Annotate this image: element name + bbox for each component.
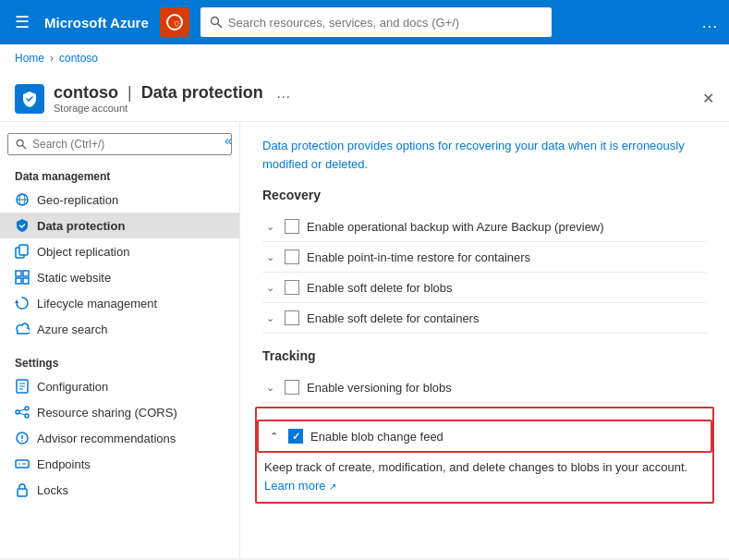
svg-line-3 <box>217 24 222 29</box>
sidebar-item-static-website[interactable]: Static website <box>0 264 239 290</box>
main-content: « Data management Geo-replication <box>0 122 729 558</box>
sidebar-item-configuration[interactable]: Configuration <box>0 373 239 399</box>
sidebar-search-input[interactable] <box>32 138 224 151</box>
learn-more-link[interactable]: Learn more <box>264 479 325 493</box>
option-row-op-backup: ⌄ Enable operational backup with Azure B… <box>262 212 707 242</box>
grid-icon <box>15 270 30 285</box>
bug-icon: ☼ <box>165 13 184 31</box>
title-divider: | <box>128 83 132 103</box>
breadcrumb: Home › contoso <box>0 44 729 72</box>
svg-rect-13 <box>16 278 21 284</box>
search-icon <box>210 16 223 29</box>
sidebar: « Data management Geo-replication <box>0 122 240 558</box>
checkbox-pit-restore[interactable] <box>285 250 299 264</box>
tracking-section: Tracking ⌄ Enable versioning for blobs ⌃… <box>262 348 707 504</box>
option-label-blob-change-feed: Enable blob change feed <box>310 430 443 444</box>
checkbox-soft-delete-blobs[interactable] <box>285 280 299 295</box>
svg-point-20 <box>16 410 19 414</box>
option-label-pit-restore: Enable point-in-time restore for contain… <box>307 250 530 264</box>
chevron-versioning[interactable]: ⌄ <box>262 380 277 395</box>
notification-button[interactable]: ☼ <box>160 7 189 37</box>
breadcrumb-separator: › <box>50 52 54 65</box>
page-icon <box>15 84 44 114</box>
svg-rect-11 <box>16 271 21 276</box>
checkbox-soft-delete-containers[interactable] <box>285 310 299 325</box>
sidebar-item-geo-replication[interactable]: Geo-replication <box>0 187 239 213</box>
svg-rect-14 <box>23 278 29 284</box>
svg-text:☼: ☼ <box>172 17 181 28</box>
option-label-versioning: Enable versioning for blobs <box>307 381 452 395</box>
recovery-section: Recovery ⌄ Enable operational backup wit… <box>262 188 707 334</box>
svg-point-2 <box>211 18 218 25</box>
search-wrap <box>200 7 552 37</box>
sidebar-item-azure-search-label: Azure search <box>37 323 108 336</box>
sidebar-item-resource-sharing-label: Resource sharing (CORS) <box>37 406 177 420</box>
copy-icon <box>15 244 30 259</box>
sidebar-item-locks[interactable]: Locks <box>0 477 239 503</box>
chevron-soft-delete-blobs[interactable]: ⌄ <box>262 280 277 295</box>
chevron-soft-delete-containers[interactable]: ⌄ <box>262 310 277 325</box>
recovery-title: Recovery <box>262 188 707 202</box>
svg-rect-31 <box>18 489 27 496</box>
sidebar-item-configuration-label: Configuration <box>37 380 108 394</box>
sidebar-collapse-button[interactable]: « <box>217 129 239 152</box>
sharing-icon <box>15 405 30 420</box>
resource-name: contoso <box>54 83 118 103</box>
close-button[interactable]: ✕ <box>702 90 714 107</box>
hamburger-menu-button[interactable]: ☰ <box>11 8 33 36</box>
content-panel: Data protection provides options for rec… <box>240 122 729 558</box>
chevron-blob-change-feed[interactable]: ⌃ <box>266 429 281 444</box>
external-link-icon: ↗ <box>329 481 336 492</box>
search-input[interactable] <box>228 16 542 30</box>
sidebar-item-geo-replication-label: Geo-replication <box>37 193 118 207</box>
section-title: Data protection <box>141 83 263 103</box>
checkbox-op-backup[interactable] <box>285 219 299 234</box>
sidebar-item-advisor-recommendations[interactable]: Advisor recommendations <box>0 425 239 451</box>
sidebar-item-endpoints-label: Endpoints <box>37 457 91 471</box>
shield-page-icon <box>20 90 39 108</box>
checkbox-versioning[interactable] <box>285 380 299 395</box>
sidebar-item-data-protection[interactable]: Data protection <box>0 213 239 238</box>
tracking-title: Tracking <box>262 348 707 363</box>
breadcrumb-current[interactable]: contoso <box>59 52 98 65</box>
chevron-op-backup[interactable]: ⌄ <box>262 219 277 234</box>
topbar: ☰ Microsoft Azure ☼ … <box>0 0 729 44</box>
topbar-more-button[interactable]: … <box>701 13 718 32</box>
svg-line-24 <box>19 413 25 415</box>
sidebar-item-endpoints[interactable]: Endpoints <box>0 451 239 477</box>
breadcrumb-home[interactable]: Home <box>15 52 44 65</box>
endpoints-icon <box>15 457 30 471</box>
page-header-titles: contoso | Data protection … Storage acco… <box>54 83 693 114</box>
sidebar-item-azure-search[interactable]: Azure search <box>0 316 239 342</box>
svg-rect-10 <box>19 245 28 255</box>
sidebar-item-object-replication[interactable]: Object replication <box>0 238 239 264</box>
settings-icon <box>15 379 30 394</box>
sidebar-search-icon <box>16 139 27 150</box>
highlighted-blob-change-feed: ⌃ Enable blob change feed Keep track of … <box>255 407 714 504</box>
checkbox-blob-change-feed[interactable] <box>288 429 303 444</box>
page-header: contoso | Data protection … Storage acco… <box>0 72 729 122</box>
sidebar-item-lifecycle-management[interactable]: Lifecycle management <box>0 290 239 316</box>
chevron-pit-restore[interactable]: ⌄ <box>262 250 277 264</box>
shield-icon <box>15 218 30 233</box>
globe-icon <box>15 192 30 207</box>
brand-label: Microsoft Azure <box>44 15 149 30</box>
sidebar-section-data-management: Data management <box>0 163 239 187</box>
sidebar-item-locks-label: Locks <box>37 483 68 497</box>
sidebar-item-lifecycle-management-label: Lifecycle management <box>37 297 157 310</box>
svg-line-5 <box>22 145 26 149</box>
sidebar-item-resource-sharing[interactable]: Resource sharing (CORS) <box>0 399 239 425</box>
sidebar-item-object-replication-label: Object replication <box>37 245 129 259</box>
option-row-pit-restore: ⌄ Enable point-in-time restore for conta… <box>262 242 707 273</box>
blob-change-feed-row: ⌃ Enable blob change feed <box>257 420 712 453</box>
advisor-icon <box>15 431 30 445</box>
svg-line-23 <box>19 409 25 411</box>
blob-change-feed-description: Keep track of create, modification, and … <box>264 458 705 494</box>
description-text: Data protection provides options for rec… <box>262 137 706 173</box>
sidebar-section-settings: Settings <box>0 349 239 373</box>
svg-point-22 <box>25 414 29 418</box>
sidebar-search-wrap <box>7 133 232 155</box>
header-more-button[interactable]: … <box>276 85 291 102</box>
svg-rect-12 <box>23 271 29 276</box>
svg-marker-15 <box>15 299 18 303</box>
